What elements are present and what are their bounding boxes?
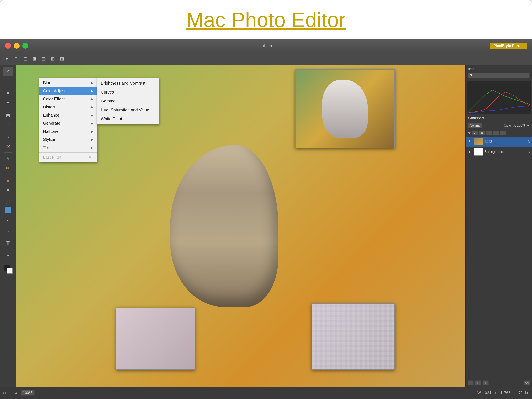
layers-area: 👁 2222 fx 👁 Background fx (466, 137, 532, 379)
info-dropdown[interactable]: ▼ (468, 73, 530, 78)
menu-item-distort[interactable]: Distort ▶ (39, 103, 97, 111)
menu-item-color-effect[interactable]: Color Effect ▶ (39, 95, 97, 103)
title-area: Mac Photo Editor (0, 0, 532, 39)
thumbnail-pixelated (312, 304, 395, 370)
opacity-label: Opacity: 100% (504, 124, 525, 127)
menu-item-halftone[interactable]: Halftone ▶ (39, 127, 97, 135)
canvas-area[interactable]: Blur ▶ Color Adjust ▶ Color Effect ▶ Dis… (16, 65, 466, 386)
arrow-icon: ▶ (91, 121, 93, 125)
pixelstyle-badge[interactable]: PixelStyle Forum (490, 43, 527, 49)
opacity-arrow[interactable]: ▼ (527, 124, 530, 127)
status-icon-frame: □ (3, 391, 6, 395)
histogram (467, 81, 531, 114)
pencil-tool[interactable]: ✏ (3, 164, 13, 172)
transform-tool[interactable]: ↻ (3, 217, 13, 226)
tools-panel: ➚ □ ⚬ ✦ ▣ ☭ ⚕ ⚒ ✎ ✏ ■ ☻ ☄ ↻ ⎋ T ⚲ (0, 65, 16, 386)
menu-item-color-adjust[interactable]: Color Adjust ▶ (39, 87, 97, 95)
blend-mode-select[interactable]: Normal (468, 123, 482, 128)
arrow-icon: ▶ (91, 81, 93, 85)
new-doc-button[interactable]: □ (13, 55, 20, 62)
fx-row: fx ● ■ □ ▢ ⁝ (466, 129, 532, 137)
thumbnail-heels (116, 308, 195, 370)
submenu-hue-saturation[interactable]: Hue, Saturation and Value (97, 106, 159, 114)
submenu-curves[interactable]: Curves (97, 88, 159, 97)
duplicate-button[interactable]: ▣ (31, 55, 38, 62)
arrow-icon: ▶ (91, 97, 93, 101)
magic-wand-tool[interactable]: ✦ (3, 98, 13, 107)
page-title-link[interactable]: Mac Photo Editor (186, 8, 346, 32)
histogram-chart (467, 82, 530, 113)
selection-tool[interactable]: □ (3, 76, 13, 85)
lasso-tool[interactable]: ⚬ (3, 89, 13, 97)
tool-separator-2 (4, 109, 12, 109)
heal-tool[interactable]: ⚒ (3, 142, 13, 151)
layer-add-button[interactable]: + (483, 380, 488, 385)
shape-tool[interactable] (5, 207, 11, 213)
layer-fx-label: fx (528, 150, 530, 154)
menu-item-enhance[interactable]: Enhance ▶ (39, 111, 97, 119)
layer-mask-button[interactable]: □ (475, 380, 481, 385)
zoom-tool[interactable]: ⚲ (3, 251, 13, 260)
history-tool[interactable]: ⎋ (3, 226, 13, 235)
color-adjust-submenu: Brightness and Contrast Curves Gamma Hue… (97, 78, 159, 125)
fx-grid-button[interactable]: ⁝ (500, 131, 506, 135)
menu-item-stylize[interactable]: Stylize ▶ (39, 135, 97, 144)
blend-mode-row: Normal Opacity: 100% ▼ (466, 122, 532, 129)
layer-thumbnail (474, 138, 483, 146)
layer-link-button[interactable]: ⎯ (468, 380, 474, 385)
menu-separator (39, 152, 97, 152)
menu-item-last-filter[interactable]: Last Filter ⌘L (39, 153, 97, 161)
crop-tool[interactable]: ▣ (3, 111, 13, 119)
traffic-lights (5, 43, 28, 49)
move-tool[interactable]: ➚ (3, 67, 13, 76)
eyedropper-tool[interactable]: ⚕ (3, 132, 13, 141)
app-window: Untitled PixelStyle Forum ► □ ▢ ▣ ▤ ▥ ▦ … (0, 39, 532, 399)
menu-item-generate[interactable]: Generate ▶ (39, 119, 97, 127)
pen-tool[interactable]: ☄ (3, 198, 13, 207)
layer-delete-button[interactable]: ⌫ (524, 380, 530, 385)
filter-dropdown-menu: Blur ▶ Color Adjust ▶ Color Effect ▶ Dis… (39, 78, 97, 162)
layer-row-background[interactable]: 👁 Background fx (466, 147, 532, 157)
brush-tool[interactable]: ✎ (3, 154, 13, 163)
close-button[interactable] (5, 43, 11, 49)
fx-label: fx (468, 131, 471, 135)
thumbnail-husky-running (295, 70, 395, 148)
save-button[interactable]: ▤ (40, 55, 47, 62)
thumbnail-pixelated-image (312, 304, 394, 369)
tool-separator-5 (4, 174, 12, 174)
submenu-white-point[interactable]: White Point (97, 114, 159, 123)
status-zoom[interactable]: 100% (21, 390, 35, 396)
fx-shape-button[interactable]: ■ (479, 131, 485, 135)
fx-rect-button[interactable]: □ (486, 131, 492, 135)
maximize-button[interactable] (22, 43, 28, 49)
fx-circle-button[interactable]: ▢ (493, 131, 499, 135)
menu-item-blur[interactable]: Blur ▶ (39, 79, 97, 87)
minimize-button[interactable] (14, 43, 19, 49)
titlebar: Untitled PixelStyle Forum (0, 39, 532, 52)
background-color[interactable] (7, 268, 13, 274)
status-icon-arrow: ▲ (14, 391, 18, 395)
submenu-gamma[interactable]: Gamma (97, 97, 159, 106)
layer-visibility-icon[interactable]: 👁 (468, 140, 472, 144)
arrow-icon: ▶ (91, 89, 93, 93)
paint-bucket-tool[interactable]: ☻ (3, 186, 13, 194)
text-tool[interactable]: T (3, 239, 13, 247)
thumbnail-image (296, 70, 394, 148)
fx-add-button[interactable]: ● (472, 131, 478, 135)
arrow-icon: ▶ (91, 113, 93, 117)
export-button[interactable]: ▥ (49, 55, 57, 62)
layer-thumbnail (474, 148, 483, 156)
color-picker[interactable] (4, 265, 13, 274)
arrow-tool-button[interactable]: ► (3, 55, 11, 62)
layer-row-2222[interactable]: 👁 2222 fx (466, 137, 532, 147)
menu-item-tile[interactable]: Tile ▶ (39, 144, 97, 152)
layer-visibility-icon[interactable]: 👁 (468, 150, 472, 154)
submenu-brightness-contrast[interactable]: Brightness and Contrast (97, 79, 159, 88)
tool-separator-8 (4, 237, 12, 237)
main-layout: ➚ □ ⚬ ✦ ▣ ☭ ⚕ ⚒ ✎ ✏ ■ ☻ ☄ ↻ ⎋ T ⚲ (0, 65, 532, 386)
share-button[interactable]: ▦ (58, 55, 66, 62)
open-doc-button[interactable]: ▢ (22, 55, 29, 62)
measure-tool[interactable]: ☭ (3, 120, 13, 129)
eraser-tool[interactable]: ■ (3, 176, 13, 185)
tool-separator-7 (4, 215, 12, 215)
